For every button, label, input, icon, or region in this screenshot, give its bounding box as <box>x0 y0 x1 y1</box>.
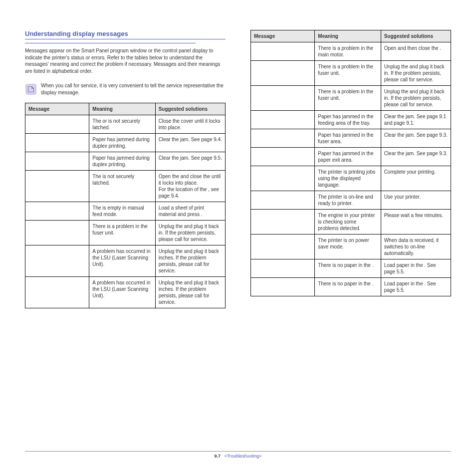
left-column: Understanding display messages Messages … <box>25 30 226 308</box>
table-row: There is a problem in the main motor.Ope… <box>251 42 451 61</box>
cell-msg <box>251 166 315 191</box>
cell-msg <box>251 42 315 61</box>
cell-msg <box>25 152 89 171</box>
cell-mean: A problem has occurred in the LSU (Laser… <box>89 245 155 277</box>
page-footer: 9.7 <Troubleshooting> <box>25 451 451 459</box>
cell-msg <box>251 259 315 278</box>
cell-sol: Use your printer. <box>381 191 451 210</box>
subsection-title <box>25 42 196 43</box>
cell-sol: Clear the jam. See page 9.3. <box>381 129 451 148</box>
table-row: A problem has occurred in the LSU (Laser… <box>25 277 226 308</box>
table-row: The is not securely latched.Open the and… <box>25 171 226 202</box>
cell-mean: The or is not securely latched. <box>89 115 155 134</box>
table-row: The printer is on-line and ready to prin… <box>251 191 451 210</box>
cell-sol: Load a sheet of print material and press… <box>155 202 225 221</box>
table-row: There is a problem in the fuser unit.Unp… <box>251 86 451 111</box>
cell-msg <box>251 191 315 210</box>
cell-sol: Complete your printing. <box>381 166 451 191</box>
cell-sol: Clear the jam. See page 9.4. <box>155 134 225 152</box>
cell-msg <box>251 61 315 86</box>
cell-sol: Load paper in the . See page 5.5. <box>381 278 451 296</box>
th-message: Message <box>25 103 89 115</box>
table-row: The or is not securely latched.Close the… <box>25 115 226 134</box>
th-meaning: Meaning <box>89 103 155 115</box>
note-icon <box>25 83 37 95</box>
cell-mean: There is a problem in the main motor. <box>315 42 381 61</box>
footer-section: <Troubleshooting> <box>225 454 262 459</box>
cell-msg <box>251 235 315 259</box>
cell-msg <box>251 129 315 148</box>
cell-msg <box>251 278 315 296</box>
cell-sol: Unplug the and plug it back in. If the p… <box>155 221 225 245</box>
table-row: There is no paper in the .Load paper in … <box>251 259 451 278</box>
cell-msg <box>25 171 89 202</box>
cell-sol: Unplug the and plug it back in. If the p… <box>381 61 451 86</box>
table-row: The is empty in manual feed mode.Load a … <box>25 202 226 221</box>
cell-msg <box>25 115 89 134</box>
cell-mean: The printer is on-line and ready to prin… <box>315 191 381 210</box>
cell-sol: Clear the jam. See page 9.1 and page 9.1… <box>381 111 451 129</box>
cell-msg <box>251 210 315 235</box>
cell-mean: The is not securely latched. <box>89 171 155 202</box>
svg-rect-0 <box>26 84 36 94</box>
cell-sol: Clear the jam. See page 9.3. <box>381 148 451 166</box>
cell-msg <box>251 148 315 166</box>
cell-msg <box>25 134 89 152</box>
cell-sol: Clear the jam. See page 9.5. <box>155 152 225 171</box>
messages-table-right: Message Meaning Suggested solutions Ther… <box>250 30 451 296</box>
cell-msg <box>251 86 315 111</box>
cell-mean: There is a problem in the fuser unit. <box>315 86 381 111</box>
cell-mean: A problem has occurred in the LSU (Laser… <box>89 277 155 308</box>
table-row: Paper has jammed in the paper exit area.… <box>251 148 451 166</box>
section-title: Understanding display messages <box>25 30 226 39</box>
cell-sol: Please wait a few minutes. <box>381 210 451 235</box>
cell-sol: When data is received, it switches to on… <box>381 235 451 259</box>
cell-mean: There is no paper in the . <box>315 259 381 278</box>
th-message: Message <box>251 30 315 42</box>
cell-sol: Load paper in the . See page 5.5. <box>381 259 451 278</box>
note-text: When you call for service, it is very co… <box>41 82 226 96</box>
th-meaning: Meaning <box>315 30 381 42</box>
cell-msg <box>25 245 89 277</box>
cell-sol: Unplug the and plug it back inches. If t… <box>155 245 225 277</box>
table-row: The printer is on power save mode.When d… <box>251 235 451 259</box>
table-row: Paper has jammed during duplex printing.… <box>25 134 226 152</box>
cell-mean: Paper has jammed in the paper exit area. <box>315 148 381 166</box>
cell-sol: Close the cover until it locks into plac… <box>155 115 225 134</box>
cell-mean: The engine in your printer is checking s… <box>315 210 381 235</box>
messages-table-left: Message Meaning Suggested solutions The … <box>25 103 226 308</box>
cell-sol: Open and then close the . <box>381 42 451 61</box>
cell-msg <box>25 202 89 221</box>
table-row: Paper has jammed during duplex printing.… <box>25 152 226 171</box>
table-row: A problem has occurred in the LSU (Laser… <box>25 245 226 277</box>
cell-mean: Paper has jammed during duplex printing. <box>89 152 155 171</box>
table-row: There is a problem in the fuser unit.Unp… <box>25 221 226 245</box>
cell-msg <box>251 111 315 129</box>
cell-sol: Unplug the and plug it back in. If the p… <box>381 86 451 111</box>
cell-mean: The printer is on power save mode. <box>315 235 381 259</box>
page-columns: Understanding display messages Messages … <box>25 30 451 308</box>
cell-mean: Paper has jammed during duplex printing. <box>89 134 155 152</box>
cell-sol: Unplug the and plug it back inches. If t… <box>155 277 225 308</box>
page-number: 9.7 <box>215 454 221 459</box>
cell-mean: There is a problem in the fuser unit. <box>89 221 155 245</box>
table-row: Paper has jammed in the feeding area of … <box>251 111 451 129</box>
th-solution: Suggested solutions <box>381 30 451 42</box>
intro-paragraph: Messages appear on the Smart Panel progr… <box>25 47 226 74</box>
th-solution: Suggested solutions <box>155 103 225 115</box>
cell-msg <box>25 221 89 245</box>
cell-mean: Paper has jammed in the feeding area of … <box>315 111 381 129</box>
cell-mean: There is a problem in the fuser unit. <box>315 61 381 86</box>
table-row: There is no paper in the .Load paper in … <box>251 278 451 296</box>
cell-mean: There is no paper in the . <box>315 278 381 296</box>
cell-msg <box>25 277 89 308</box>
table-row: Paper has jammed in the fuser area.Clear… <box>251 129 451 148</box>
note-box: When you call for service, it is very co… <box>25 80 226 98</box>
table-row: There is a problem in the fuser unit.Unp… <box>251 61 451 86</box>
table-row: The printer is printing jobs using the d… <box>251 166 451 191</box>
cell-sol: Open the and close the until it locks in… <box>155 171 225 202</box>
cell-mean: Paper has jammed in the fuser area. <box>315 129 381 148</box>
right-column: Message Meaning Suggested solutions Ther… <box>250 30 451 308</box>
table-row: The engine in your printer is checking s… <box>251 210 451 235</box>
cell-mean: The is empty in manual feed mode. <box>89 202 155 221</box>
